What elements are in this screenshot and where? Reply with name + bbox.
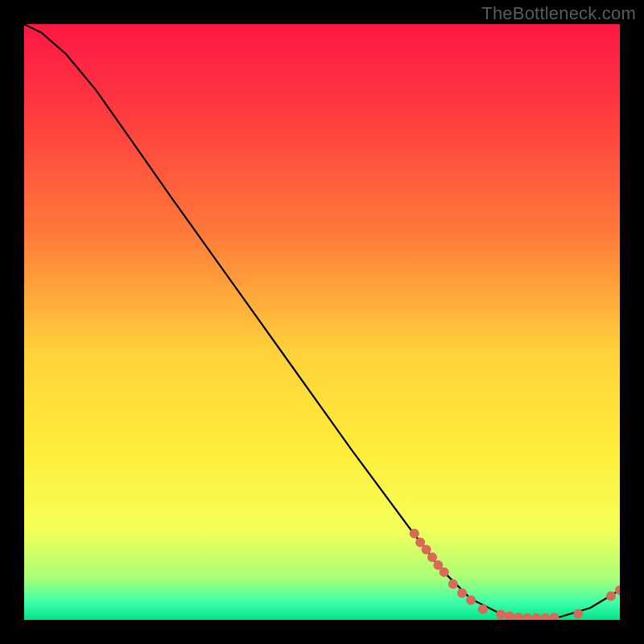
svg-rect-0 bbox=[24, 24, 620, 620]
heat-gradient-background bbox=[24, 24, 620, 620]
plot-area bbox=[24, 24, 620, 620]
watermark-text: TheBottleneck.com bbox=[481, 3, 636, 24]
